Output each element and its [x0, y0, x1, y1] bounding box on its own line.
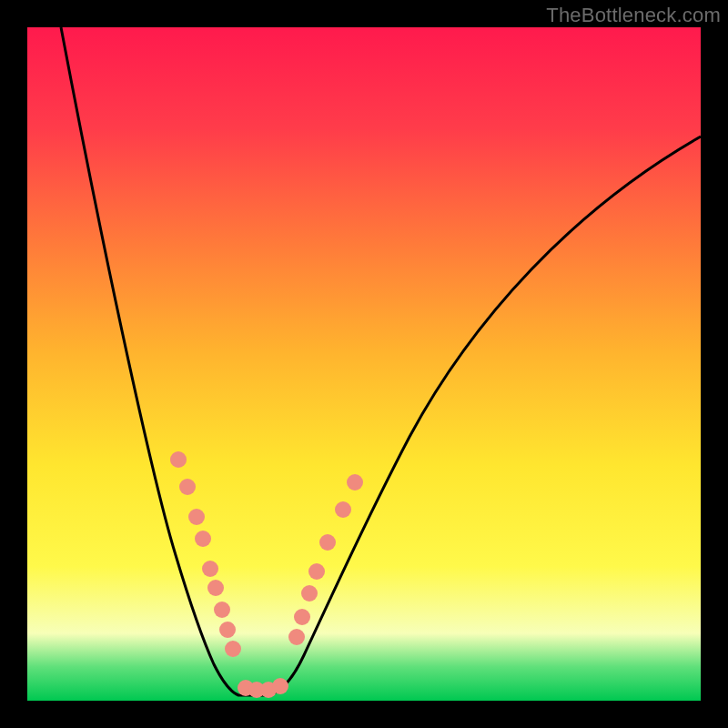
dot-left	[195, 531, 211, 547]
dot-right	[308, 563, 325, 580]
dot-left	[225, 641, 241, 657]
dot-right	[335, 501, 351, 518]
dot-right	[319, 534, 336, 551]
dots-group	[170, 451, 363, 698]
dot-bottom	[272, 678, 288, 694]
dot-left	[219, 622, 236, 638]
dot-left	[179, 479, 196, 495]
watermark-text: TheBottleneck.com	[546, 4, 721, 27]
dot-right	[288, 629, 305, 645]
dot-right	[347, 474, 363, 490]
dot-left	[207, 580, 224, 596]
dot-left	[202, 561, 218, 577]
dot-left	[170, 451, 187, 468]
curve-right	[264, 136, 701, 695]
dot-left	[214, 602, 230, 618]
dot-left	[188, 509, 205, 525]
curve-svg	[27, 27, 701, 701]
dot-right	[301, 585, 318, 602]
curve-left	[61, 27, 264, 695]
plot-area	[27, 27, 701, 701]
chart-frame: TheBottleneck.com	[0, 0, 728, 728]
dot-right	[294, 609, 310, 625]
